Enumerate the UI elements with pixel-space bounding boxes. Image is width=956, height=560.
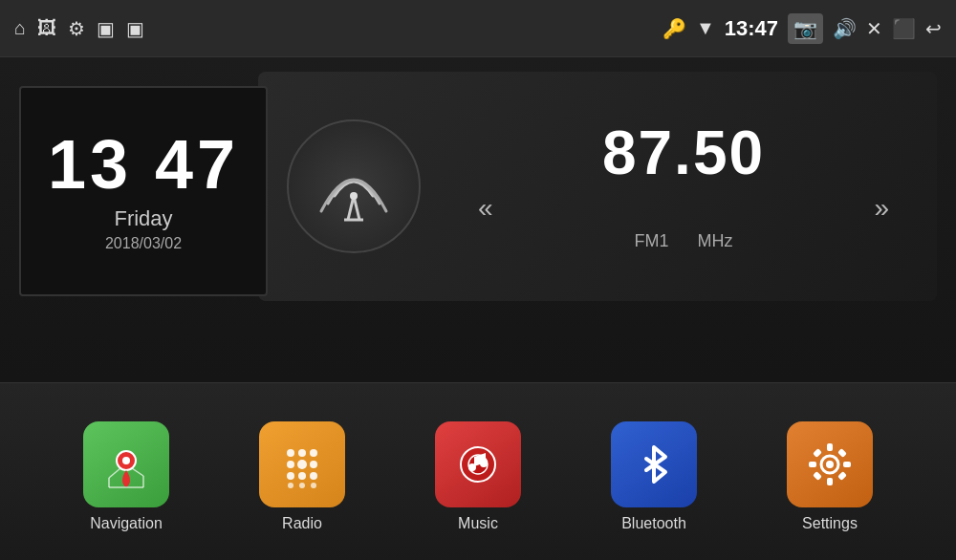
svg-rect-33 bbox=[813, 448, 822, 458]
app-bluetooth[interactable]: Bluetooth bbox=[587, 421, 721, 532]
svg-rect-36 bbox=[837, 471, 847, 481]
app-settings[interactable]: Settings bbox=[763, 421, 897, 532]
clock-date: 2018/03/02 bbox=[105, 235, 182, 252]
svg-rect-29 bbox=[827, 443, 833, 451]
sdcard2-icon: ▣ bbox=[126, 17, 144, 40]
radio-info: 87.50 « » FM1 MHz bbox=[421, 122, 908, 251]
svg-point-17 bbox=[287, 472, 294, 480]
app-radio[interactable]: Radio bbox=[235, 421, 369, 532]
volume-icon[interactable]: 🔊 bbox=[833, 17, 857, 40]
widget-area: 13 47 Friday 2018/03/02 bbox=[0, 57, 956, 382]
status-time: 13:47 bbox=[725, 16, 778, 41]
svg-rect-35 bbox=[813, 471, 822, 481]
signal-svg bbox=[315, 148, 392, 225]
app-music[interactable]: Music bbox=[411, 421, 545, 532]
clock-time: 13 47 bbox=[48, 130, 239, 199]
svg-rect-32 bbox=[843, 462, 851, 467]
svg-point-20 bbox=[288, 483, 293, 488]
radio-label: Radio bbox=[282, 515, 322, 532]
radio-signal-icon bbox=[287, 119, 421, 253]
svg-point-19 bbox=[310, 472, 317, 480]
svg-point-26 bbox=[480, 460, 488, 467]
wifi-icon: ▼ bbox=[696, 17, 715, 39]
back-icon[interactable]: ↩ bbox=[925, 17, 942, 40]
clock-day: Friday bbox=[114, 206, 172, 231]
radio-controls: « » bbox=[459, 193, 908, 224]
svg-line-6 bbox=[109, 468, 120, 478]
radio-unit: MHz bbox=[698, 231, 733, 251]
radio-band: FM1 bbox=[635, 231, 669, 251]
music-icon bbox=[435, 421, 521, 507]
app-grid: Navigation bbox=[0, 382, 956, 560]
radio-app-icon bbox=[259, 421, 345, 507]
svg-point-5 bbox=[122, 457, 130, 464]
key-icon: 🔑 bbox=[663, 17, 686, 40]
svg-rect-30 bbox=[827, 478, 833, 485]
svg-point-21 bbox=[299, 483, 305, 488]
sdcard1-icon: ▣ bbox=[97, 17, 115, 40]
camera-icon[interactable]: 📷 bbox=[788, 13, 823, 44]
clock-hour: 13 bbox=[48, 126, 132, 203]
photo-icon: 🖼 bbox=[37, 17, 56, 39]
svg-point-28 bbox=[826, 461, 834, 468]
app-navigation[interactable]: Navigation bbox=[59, 421, 193, 532]
bluetooth-label: Bluetooth bbox=[621, 515, 686, 532]
bluetooth-icon bbox=[611, 421, 697, 507]
svg-point-16 bbox=[310, 461, 317, 468]
main-content: 13 47 Friday 2018/03/02 bbox=[0, 57, 956, 560]
svg-point-12 bbox=[298, 449, 306, 457]
svg-point-3 bbox=[350, 192, 358, 200]
svg-line-7 bbox=[132, 468, 143, 476]
home-icon[interactable]: ⌂ bbox=[14, 17, 26, 39]
settings-icon bbox=[787, 421, 873, 507]
close-icon[interactable]: ✕ bbox=[866, 17, 882, 40]
radio-widget: 87.50 « » FM1 MHz bbox=[258, 72, 937, 301]
clock-widget: 13 47 Friday 2018/03/02 bbox=[19, 86, 268, 296]
svg-point-22 bbox=[311, 483, 316, 488]
svg-point-14 bbox=[287, 461, 294, 468]
svg-point-11 bbox=[287, 449, 294, 457]
svg-point-15 bbox=[297, 460, 307, 469]
settings-label: Settings bbox=[802, 515, 858, 532]
radio-frequency: 87.50 bbox=[602, 122, 765, 183]
navigation-icon bbox=[83, 421, 169, 507]
radio-band-row: FM1 MHz bbox=[635, 231, 733, 251]
music-label: Music bbox=[458, 515, 498, 532]
radio-prev-button[interactable]: « bbox=[478, 193, 493, 224]
svg-rect-34 bbox=[837, 448, 847, 458]
svg-point-18 bbox=[298, 472, 306, 480]
svg-point-25 bbox=[468, 463, 476, 471]
clock-min: 47 bbox=[155, 126, 239, 203]
status-bar: ⌂ 🖼 ⚙ ▣ ▣ 🔑 ▼ 13:47 📷 🔊 ✕ ⬛ ↩ bbox=[0, 0, 956, 57]
svg-rect-31 bbox=[809, 462, 816, 467]
screen-icon[interactable]: ⬛ bbox=[892, 17, 916, 40]
navigation-label: Navigation bbox=[90, 515, 163, 532]
radio-next-button[interactable]: » bbox=[874, 193, 889, 224]
svg-point-13 bbox=[310, 449, 317, 457]
usb-icon: ⚙ bbox=[68, 17, 85, 40]
